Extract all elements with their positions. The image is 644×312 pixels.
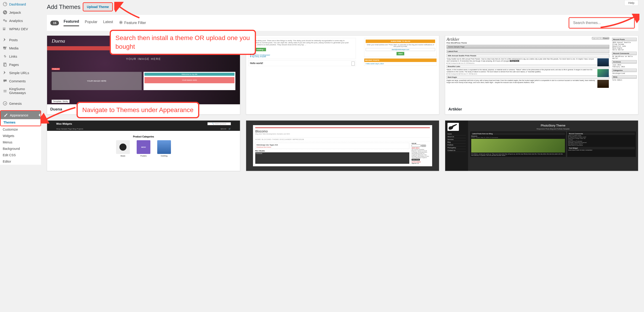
sidebar-item-comments[interactable]: Comments bbox=[0, 77, 41, 85]
submenu-editor[interactable]: Editor bbox=[0, 158, 41, 165]
theme-card-shell[interactable]: This is a sticky post. There are a few t… bbox=[246, 36, 439, 115]
submenu-widgets[interactable]: Widgets bbox=[0, 133, 41, 139]
sidebar-label: WPMU DEV bbox=[9, 27, 28, 31]
annotation-callout-search-install: Search then install a theme OR upload on… bbox=[110, 30, 256, 55]
dashboard-icon bbox=[3, 2, 7, 7]
theme-count-badge: 15 bbox=[50, 21, 59, 25]
annotation-arrow-search bbox=[598, 14, 640, 30]
sidebar-item-kingsumo[interactable]: KingSumo Giveaways bbox=[0, 85, 41, 97]
sidebar-item-pages[interactable]: Pages bbox=[0, 60, 41, 69]
sidebar-item-analytics[interactable]: Analytics bbox=[0, 17, 41, 25]
media-icon bbox=[3, 46, 7, 50]
sidebar-item-links[interactable]: Links bbox=[0, 52, 41, 60]
sidebar-label: Simple URLs bbox=[9, 71, 29, 75]
main-content: Help Add Themes Upload Theme 15 Featured… bbox=[41, 0, 644, 312]
sidebar-label: Appearance bbox=[10, 113, 28, 117]
annotation-arrow-appearance bbox=[41, 105, 78, 124]
theme-thumbnail: Search Artikler Free WordPress Theme Hom… bbox=[445, 36, 638, 104]
theme-thumbnail: This is a sticky post. There are a few t… bbox=[246, 36, 439, 104]
page-title: Add Themes bbox=[47, 4, 80, 11]
gear-icon bbox=[119, 20, 123, 25]
sidebar-label: Dashboard bbox=[9, 2, 26, 6]
theme-card-artikler[interactable]: Search Artikler Free WordPress Theme Hom… bbox=[445, 36, 638, 115]
pin-icon bbox=[3, 71, 7, 75]
annotation-box-upload: Upload Theme bbox=[83, 2, 113, 12]
analytics-icon bbox=[3, 18, 7, 23]
link-icon bbox=[3, 54, 7, 59]
filter-featured[interactable]: Featured bbox=[64, 20, 79, 26]
svg-point-1 bbox=[3, 10, 7, 15]
sidebar-label: KingSumo Giveaways bbox=[9, 87, 38, 95]
gift-icon bbox=[3, 89, 7, 93]
feature-filter-button[interactable]: Feature Filter bbox=[119, 20, 146, 25]
brush-icon bbox=[4, 113, 8, 117]
submenu-customize[interactable]: Customize bbox=[0, 126, 41, 133]
svg-point-3 bbox=[5, 20, 7, 22]
submenu-themes[interactable]: Themes bbox=[1, 119, 40, 126]
sidebar-item-media[interactable]: Media bbox=[0, 44, 41, 52]
feature-filter-label: Feature Filter bbox=[124, 21, 146, 25]
theme-thumbnail: Woo Widgets 🔍 Search products Shop Sampl… bbox=[47, 121, 240, 171]
submenu-menus[interactable]: Menus bbox=[0, 139, 41, 145]
sidebar-item-posts[interactable]: Posts bbox=[0, 36, 41, 44]
svg-rect-10 bbox=[5, 90, 5, 92]
svg-point-5 bbox=[6, 47, 7, 48]
svg-rect-7 bbox=[4, 64, 6, 66]
filter-latest[interactable]: Latest bbox=[103, 20, 113, 26]
pages-icon bbox=[3, 62, 7, 67]
admin-sidebar: Dashboard Jetpack Analytics WPMU DEV Pos… bbox=[0, 0, 41, 312]
theme-card-photostory[interactable]: Home About Us Services Blog Portfolio Ph… bbox=[445, 120, 638, 171]
sidebar-item-genesis[interactable]: Genesis bbox=[0, 99, 41, 108]
svg-point-2 bbox=[4, 20, 5, 21]
theme-thumbnail: Home About Us Services Blog Portfolio Ph… bbox=[445, 121, 638, 171]
sidebar-label: Media bbox=[9, 46, 18, 50]
sidebar-label: Posts bbox=[9, 38, 18, 42]
sidebar-label: Analytics bbox=[9, 19, 23, 23]
submenu-edit-css[interactable]: Edit CSS bbox=[0, 152, 41, 158]
appearance-submenu-rest: Customize Widgets Menus Background Edit … bbox=[0, 126, 41, 165]
mock-guitar-logo bbox=[448, 123, 459, 131]
sidebar-item-dashboard[interactable]: Dashboard bbox=[0, 0, 41, 8]
theme-name: Artikler bbox=[445, 104, 638, 114]
sidebar-item-appearance[interactable]: Appearance bbox=[1, 111, 40, 119]
upload-theme-button[interactable]: Upload Theme bbox=[84, 4, 112, 10]
filter-popular[interactable]: Popular bbox=[85, 20, 97, 26]
theme-card-woo[interactable]: Woo Widgets 🔍 Search products Shop Sampl… bbox=[47, 120, 240, 171]
annotation-box-appearance: Appearance Themes bbox=[0, 110, 41, 126]
pin-icon bbox=[3, 38, 7, 42]
comments-icon bbox=[3, 79, 7, 83]
help-button[interactable]: Help bbox=[624, 0, 638, 6]
svg-point-12 bbox=[120, 22, 121, 23]
genesis-icon bbox=[3, 101, 7, 106]
wpmu-icon bbox=[3, 27, 7, 31]
svg-rect-4 bbox=[3, 47, 6, 49]
annotation-callout-navigate: Navigate to Themes under Appearance bbox=[76, 102, 199, 118]
annotation-arrow-upload bbox=[114, 2, 142, 20]
jetpack-icon bbox=[3, 10, 7, 15]
sidebar-label: Genesis bbox=[9, 102, 22, 105]
sidebar-label: Jetpack bbox=[9, 11, 21, 15]
submenu-background[interactable]: Background bbox=[0, 145, 41, 152]
sidebar-label: Pages bbox=[9, 63, 19, 67]
sidebar-label: Links bbox=[9, 55, 17, 58]
sidebar-item-wpmudev[interactable]: WPMU DEV bbox=[0, 25, 41, 33]
sidebar-item-jetpack[interactable]: Jetpack bbox=[0, 8, 41, 17]
theme-card-blocomo[interactable]: Blocomo Blog über Web-Development, Domai… bbox=[246, 120, 439, 171]
theme-thumbnail: Blocomo Blog über Web-Development, Domai… bbox=[246, 121, 439, 171]
sidebar-label: Comments bbox=[9, 79, 26, 83]
theme-name bbox=[246, 104, 439, 110]
sidebar-item-simple-urls[interactable]: Simple URLs bbox=[0, 69, 41, 77]
appearance-submenu: Themes bbox=[1, 119, 40, 126]
